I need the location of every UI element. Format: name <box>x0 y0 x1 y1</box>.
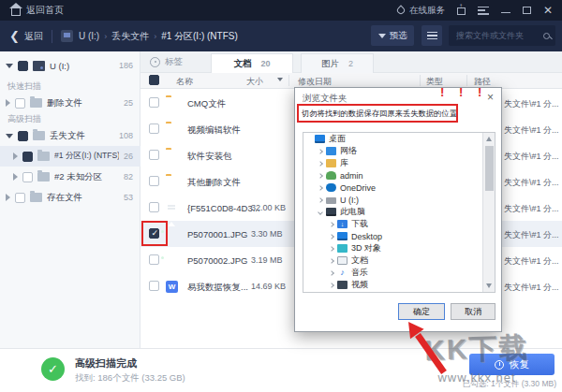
breadcrumb-lost-files[interactable]: 丢失文件 <box>111 30 149 43</box>
chevron-right-icon[interactable] <box>13 152 18 160</box>
breadcrumb-drive[interactable]: U (I:) <box>79 31 99 41</box>
checkbox[interactable] <box>149 202 159 212</box>
tree-item-music[interactable]: ♪音乐 <box>303 267 495 279</box>
tree-item-label: 视频 <box>351 279 368 291</box>
minimize-icon[interactable] <box>501 12 510 14</box>
tree-item-onedrive[interactable]: OneDrive <box>303 181 495 194</box>
maximize-icon[interactable] <box>523 7 531 14</box>
tree-item-network[interactable]: 网络 <box>303 145 495 157</box>
cancel-button[interactable]: 取消 <box>451 303 495 320</box>
tree-item-label: 音乐 <box>351 267 368 279</box>
chevron-right-icon[interactable] <box>318 197 323 203</box>
sidebar-item-drive-u[interactable]: U (I:) 186 <box>0 55 140 76</box>
tab-label: 文档 <box>233 58 251 70</box>
sidebar-item-partition-1[interactable]: #1 分区(I:) (NTFS) 26 <box>0 146 140 167</box>
search-icon[interactable] <box>543 33 550 39</box>
dialog-close-icon[interactable]: × <box>487 91 494 104</box>
chevron-down-icon[interactable] <box>318 210 323 215</box>
checkbox[interactable] <box>15 193 25 203</box>
tree-item-3d-objects[interactable]: 3D 对象 <box>303 242 495 254</box>
chevron-right-icon[interactable] <box>329 283 334 288</box>
recover-button[interactable]: 恢复 <box>469 354 555 375</box>
section-quick-scan: 快速扫描 <box>7 80 41 93</box>
file-name: P5070001.JPG <box>187 229 247 240</box>
checkbox[interactable] <box>22 172 33 182</box>
scrollbar[interactable] <box>482 133 495 292</box>
tab-pictures[interactable]: 图片 2 <box>301 53 374 73</box>
onedrive-icon <box>326 183 336 192</box>
tree-item-videos[interactable]: 视频 <box>303 279 495 291</box>
breadcrumb-partition[interactable]: #1 分区(I:) (NTFS) <box>161 30 238 43</box>
chevron-right-icon[interactable] <box>13 173 18 181</box>
tree-item-label: Desktop <box>351 232 382 241</box>
document-icon <box>337 256 348 265</box>
menu-icon[interactable] <box>478 7 489 15</box>
file-path: 失文件\#1 分... <box>504 177 562 189</box>
chevron-right-icon[interactable] <box>329 234 334 240</box>
checkbox[interactable] <box>149 97 159 108</box>
droplet-icon <box>395 5 406 15</box>
checkbox[interactable] <box>15 98 25 109</box>
tree-item-documents[interactable]: 文档 <box>303 254 495 267</box>
arrow-annotation <box>397 314 453 380</box>
chevron-right-icon[interactable] <box>6 99 10 107</box>
scroll-thumb[interactable] <box>485 146 494 191</box>
chevron-right-icon[interactable] <box>318 173 323 179</box>
select-all-checkbox[interactable] <box>149 75 159 85</box>
sidebar-item-deleted-files[interactable]: 删除文件 25 <box>0 93 140 113</box>
tag-filter-button[interactable]: 标签 <box>150 56 183 68</box>
browse-folder-dialog: 浏览文件夹 × 切勿将找到的数据保存回原来丢失数据的位置。 桌面 网络 库 ad… <box>294 87 502 332</box>
list-view-button[interactable] <box>422 25 442 46</box>
column-header-size[interactable]: 大小 <box>246 76 263 88</box>
chevron-right-icon[interactable] <box>318 185 323 191</box>
checkbox[interactable] <box>149 254 159 265</box>
checkbox[interactable] <box>22 152 33 162</box>
home-button[interactable]: 返回首页 <box>26 4 64 17</box>
column-header-name[interactable]: 名称 <box>176 76 193 88</box>
back-chevron-icon[interactable]: ❮ <box>9 29 20 43</box>
tree-item-admin[interactable]: admin <box>303 169 495 181</box>
file-name: 视频编辑软件 <box>187 124 241 137</box>
chevron-right-icon[interactable] <box>329 222 334 227</box>
tree-item-downloads[interactable]: ↓下载 <box>303 218 495 230</box>
search-input[interactable] <box>454 30 543 41</box>
tree-item-drive-u[interactable]: U (I:) <box>303 194 495 206</box>
filter-button[interactable]: 预选 <box>371 25 414 46</box>
chevron-right-icon[interactable] <box>329 246 334 252</box>
sidebar-item-existing-files[interactable]: 存在文件 53 <box>0 187 140 208</box>
checkbox[interactable] <box>149 150 159 160</box>
tab-label: 图片 <box>321 58 339 70</box>
online-service-button[interactable]: 在线服务 <box>397 5 445 17</box>
home-icon[interactable] <box>11 8 21 16</box>
chevron-right-icon[interactable] <box>329 270 334 276</box>
cube-icon <box>337 244 348 253</box>
checkbox[interactable] <box>18 61 28 71</box>
tree-item-libraries[interactable]: 库 <box>303 157 495 169</box>
chevron-right-icon[interactable] <box>329 258 334 264</box>
sidebar-item-lost-files[interactable]: 丢失文件 108 <box>0 125 140 146</box>
checkbox[interactable] <box>18 131 28 141</box>
sort-arrow-icon[interactable] <box>277 78 283 81</box>
checkbox[interactable] <box>149 123 159 134</box>
tree-item-this-pc[interactable]: 此电脑 <box>303 206 495 218</box>
tree-item-desktop-folder[interactable]: Desktop <box>303 230 495 242</box>
sidebar-item-partition-2[interactable]: #2 未知分区 82 <box>0 167 140 187</box>
chevron-right-icon[interactable] <box>6 194 10 201</box>
back-button[interactable]: 返回 <box>24 30 43 43</box>
chevron-right-icon[interactable] <box>318 149 323 154</box>
tab-documents[interactable]: 文档 20 <box>211 53 293 73</box>
scroll-up-icon[interactable] <box>486 137 492 141</box>
feedback-icon[interactable] <box>457 7 466 15</box>
chevron-down-icon[interactable] <box>6 134 13 138</box>
scroll-down-icon[interactable] <box>486 283 492 288</box>
chevron-right-icon[interactable] <box>318 161 323 167</box>
file-path: 失文件\#1 分... <box>504 98 562 110</box>
checkbox[interactable] <box>149 176 159 186</box>
tree-item-label: 此电脑 <box>340 206 365 218</box>
tree-item-desktop[interactable]: 桌面 <box>303 133 495 145</box>
exclamation-annotation: ! ! ! <box>440 85 487 99</box>
computer-icon <box>326 208 336 216</box>
chevron-down-icon[interactable] <box>6 64 13 68</box>
close-icon[interactable]: ✕ <box>543 5 553 16</box>
checkbox[interactable] <box>149 281 159 291</box>
